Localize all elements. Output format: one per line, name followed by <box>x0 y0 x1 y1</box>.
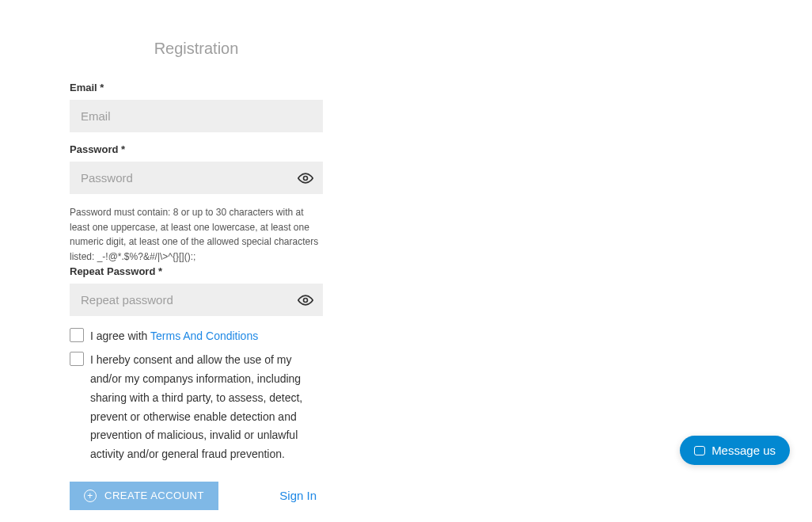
consent-label: I hereby consent and allow the use of my… <box>90 351 323 464</box>
email-input-wrapper <box>70 100 323 132</box>
sign-in-link[interactable]: Sign In <box>279 489 317 502</box>
consent-checkbox[interactable] <box>70 352 84 366</box>
checkboxes-section: I agree with Terms And Conditions I here… <box>70 327 323 464</box>
email-input[interactable] <box>70 100 323 132</box>
terms-checkbox[interactable] <box>70 328 84 342</box>
terms-link[interactable]: Terms And Conditions <box>150 330 258 342</box>
create-account-label: CREATE ACCOUNT <box>104 490 204 501</box>
eye-icon[interactable] <box>298 292 313 308</box>
page-title: Registration <box>70 40 323 58</box>
chat-icon <box>694 446 705 455</box>
message-us-label: Message us <box>711 444 776 457</box>
password-input[interactable] <box>70 162 323 194</box>
terms-prefix: I agree with <box>90 330 150 342</box>
terms-checkbox-row: I agree with Terms And Conditions <box>70 327 323 346</box>
password-label: Password * <box>70 143 323 155</box>
plus-circle-icon: + <box>84 490 97 502</box>
registration-form: Registration Email * Password * Password… <box>70 0 323 510</box>
message-us-widget[interactable]: Message us <box>680 436 790 465</box>
create-account-button[interactable]: + CREATE ACCOUNT <box>70 482 218 510</box>
password-input-wrapper <box>70 162 323 194</box>
repeat-password-label: Repeat Password * <box>70 265 323 277</box>
svg-point-1 <box>304 298 308 302</box>
button-row: + CREATE ACCOUNT Sign In <box>70 482 323 510</box>
consent-checkbox-row: I hereby consent and allow the use of my… <box>70 351 323 464</box>
repeat-password-input-wrapper <box>70 284 323 316</box>
terms-label: I agree with Terms And Conditions <box>90 327 258 346</box>
svg-point-0 <box>304 176 308 180</box>
repeat-password-input[interactable] <box>70 284 323 316</box>
password-hint: Password must contain: 8 or up to 30 cha… <box>70 205 323 264</box>
eye-icon[interactable] <box>298 170 313 186</box>
email-label: Email * <box>70 82 323 93</box>
